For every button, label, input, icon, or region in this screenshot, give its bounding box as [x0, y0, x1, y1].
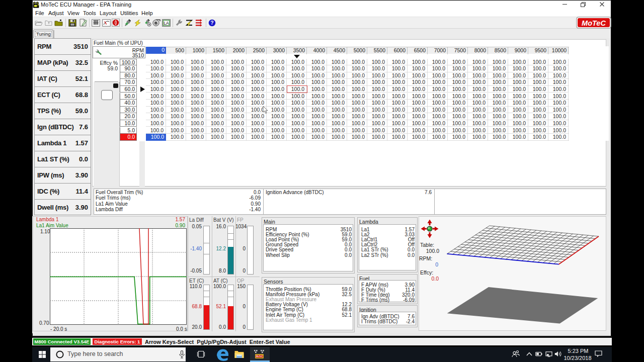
svg-text:MoTeC: MoTeC — [256, 355, 263, 357]
svg-text:MoTeC: MoTeC — [582, 19, 606, 27]
svg-text:?: ? — [210, 20, 213, 26]
svg-text:LA: LA — [164, 21, 169, 26]
